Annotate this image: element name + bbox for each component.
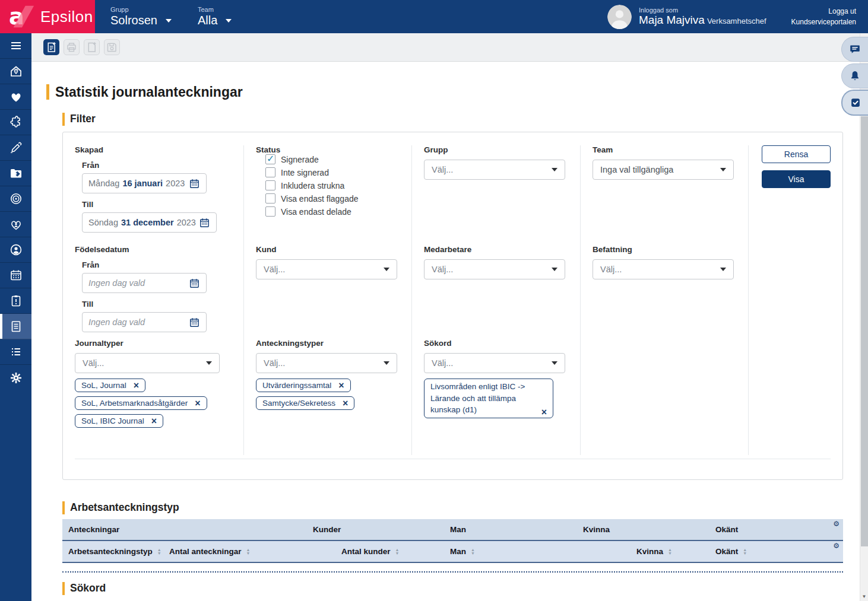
notifications-pill-button[interactable]: [841, 63, 868, 88]
medarbetare-dropdown[interactable]: Välj...: [424, 259, 565, 279]
filter-team: Team Inga val tillgängliga: [581, 145, 749, 245]
calendar-picker-icon[interactable]: [199, 217, 210, 228]
col-header-okant[interactable]: Okänt▲▼: [709, 547, 843, 556]
col-header-antal-kunder[interactable]: Antal kunder▲▼: [307, 547, 444, 556]
team-value: Alla: [198, 14, 217, 27]
sidebar-item-customer-care[interactable]: [0, 212, 31, 237]
kund-dropdown[interactable]: Välj...: [256, 259, 397, 279]
table-settings-gear-icon[interactable]: ⚙: [833, 542, 840, 549]
sokord-label: Sökord: [424, 339, 580, 348]
team-dropdown[interactable]: Inga val tillgängliga: [593, 160, 734, 180]
print-button[interactable]: [64, 39, 80, 55]
remove-chip-icon[interactable]: ×: [338, 381, 344, 389]
grupp-dropdown[interactable]: Välj...: [424, 160, 565, 180]
chip-samtycke-sekretess: Samtycke/Sekretess×: [256, 396, 354, 410]
visa-button[interactable]: Visa: [762, 170, 831, 188]
rensa-button[interactable]: Rensa: [762, 145, 831, 163]
menu-icon: [9, 39, 23, 53]
filter-grupp: Grupp Välj...: [412, 145, 581, 245]
checkbox-visa-endast-flaggade[interactable]: Visa endast flaggade: [265, 193, 411, 203]
new-note-button[interactable]: [43, 39, 59, 55]
save-button[interactable]: [104, 39, 120, 55]
kund-label: Kund: [256, 245, 411, 254]
skapad-till-datefield[interactable]: Söndag 31 december 2023: [82, 212, 217, 233]
epsilon-logo[interactable]: a Epsilon: [0, 0, 95, 33]
checkbox-inte-signerad[interactable]: Inte signerad: [265, 167, 411, 177]
sokord-dropdown[interactable]: Välj...: [424, 353, 565, 373]
sort-icon[interactable]: ▲▼: [157, 548, 161, 555]
tasks-pill-button[interactable]: [841, 90, 868, 116]
fodelsedatum-from-label: Från: [82, 260, 243, 269]
anteckningstyper-dropdown[interactable]: Välj...: [256, 353, 397, 373]
team-label: Team: [198, 6, 232, 13]
chip-label: Samtycke/Sekretess: [262, 399, 335, 408]
journal-document-icon: [9, 319, 23, 333]
sidebar-item-signing[interactable]: [0, 135, 31, 161]
filter-skapad: Skapad Från Måndag 16 januari 2023 Till …: [75, 145, 244, 245]
remove-chip-icon[interactable]: ×: [195, 399, 200, 407]
skapad-from-label: Från: [82, 161, 243, 170]
sort-icon[interactable]: ▲▼: [395, 548, 400, 555]
remove-chip-icon[interactable]: ×: [343, 399, 348, 407]
checkbox-visa-endast-delade[interactable]: Visa endast delade: [265, 206, 411, 217]
sidebar-item-home[interactable]: [0, 59, 31, 84]
remove-chip-icon[interactable]: ×: [134, 381, 139, 389]
col-header-antal-anteckningar[interactable]: Antal anteckningar▲▼: [163, 547, 307, 556]
logout-link[interactable]: Logga ut: [791, 7, 856, 15]
calendar-picker-icon[interactable]: [189, 278, 200, 289]
calendar-picker-icon[interactable]: [189, 178, 200, 189]
sidebar-item-journal-statistics[interactable]: [0, 314, 31, 339]
table-settings-gear-icon[interactable]: ⚙: [833, 520, 840, 527]
remove-chip-icon[interactable]: ×: [151, 417, 157, 425]
fodelsedatum-till-label: Till: [82, 300, 243, 309]
sort-icon[interactable]: ▲▼: [743, 548, 747, 555]
group-selector[interactable]: Grupp Solrosen: [110, 6, 172, 27]
sort-icon[interactable]: ▲▼: [471, 548, 475, 555]
grupp-label: Grupp: [424, 145, 580, 154]
add-document-button[interactable]: [84, 39, 100, 55]
fodelsedatum-till-datefield[interactable]: Ingen dag vald: [82, 312, 207, 332]
checkbox-label: Visa endast delade: [281, 207, 351, 217]
sidebar-item-tasks[interactable]: [0, 288, 31, 314]
col-header-arbetsanteckningstyp[interactable]: Arbetsanteckningstyp▲▼: [62, 547, 163, 556]
sidebar-item-lists[interactable]: [0, 339, 31, 365]
sidebar-item-goals[interactable]: [0, 186, 31, 212]
heart-icon: [9, 90, 23, 104]
calendar-picker-icon[interactable]: [189, 317, 200, 328]
new-note-icon: [45, 41, 58, 53]
arbetsanteckningstyp-heading: Arbetsanteckningstyp: [62, 501, 868, 514]
clipboard-alert-icon: [9, 294, 23, 308]
app-window: a Epsilon Grupp Solrosen Team Alla: [0, 0, 868, 601]
fodelsedatum-label: Födelsedatum: [75, 245, 243, 254]
sidebar-item-modules[interactable]: [0, 110, 31, 135]
scrollbar-thumb[interactable]: [861, 116, 868, 546]
add-document-icon: [85, 41, 98, 53]
arbetsanteckningstyp-table: Anteckningar Kunder Man Kvinna Okänt ⚙ A…: [62, 519, 843, 573]
fodelsedatum-from-datefield[interactable]: Ingen dag vald: [82, 273, 207, 293]
vertical-scrollbar[interactable]: ▼: [860, 33, 868, 601]
checkbox-inkludera-strukna[interactable]: Inkludera strukna: [265, 180, 411, 190]
sidebar-item-favorites[interactable]: [0, 84, 31, 110]
sort-icon[interactable]: ▲▼: [246, 548, 251, 555]
scroll-down-arrow[interactable]: ▼: [860, 594, 868, 599]
col-header-man[interactable]: Man▲▼: [444, 547, 577, 556]
remove-chip-icon[interactable]: ×: [541, 408, 547, 416]
befattning-dropdown[interactable]: Välj...: [593, 259, 734, 279]
checkbox-signerade[interactable]: Signerade: [265, 154, 411, 164]
main-content: Statistik journalanteckningar Filter Ska…: [31, 33, 868, 601]
calendar-icon: [9, 268, 23, 282]
sidebar-item-profile[interactable]: [0, 237, 31, 263]
journaltyper-dropdown[interactable]: Välj...: [75, 353, 220, 373]
customer-portal-link[interactable]: Kundserviceportalen: [791, 18, 856, 26]
sidebar-item-settings[interactable]: [0, 365, 31, 390]
sort-icon[interactable]: ▲▼: [668, 548, 672, 555]
skapad-from-datefield[interactable]: Måndag 16 januari 2023: [82, 173, 207, 193]
messages-pill-button[interactable]: [841, 37, 868, 62]
checkbox-label: Visa endast flaggade: [281, 194, 359, 203]
col-header-kvinna[interactable]: Kvinna▲▼: [577, 547, 709, 556]
team-selector[interactable]: Team Alla: [198, 6, 232, 27]
check-square-icon: [849, 96, 862, 109]
sidebar-item-archive[interactable]: [0, 161, 31, 186]
sidebar-menu-toggle[interactable]: [0, 33, 31, 59]
sidebar-item-calendar[interactable]: [0, 263, 31, 288]
